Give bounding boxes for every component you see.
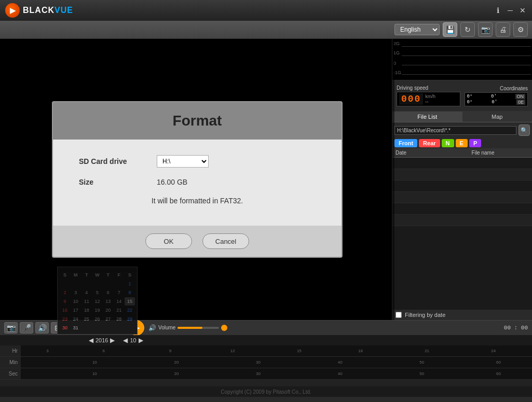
settings-button[interactable]: ⚙ [513,22,528,37]
timeline-month: 10 [130,337,136,343]
filtering-label: Filtering by date [405,312,445,318]
file-row-6[interactable] [392,215,532,226]
filter-front-button[interactable]: Front [394,139,417,147]
refresh-button[interactable]: ↻ [460,22,475,37]
filter-p-button[interactable]: P [469,139,481,147]
speed-label: Driving speed [397,85,460,91]
dialog-row-drive: SD Card drive H:\ [79,155,316,168]
coords-display: 0° 0' ON 0° 0' 0E [465,92,528,106]
volume-icon: 🔊 [148,324,156,331]
file-row-4[interactable] [392,192,532,203]
tab-file-list[interactable]: File List [392,112,462,122]
coord-row-lat: 0° 0' ON [467,94,526,99]
timeline-year: 2016 [96,337,108,343]
sec-20: 20 [174,371,179,376]
volume-knob[interactable] [221,325,227,331]
tick-12: 12 [230,349,235,353]
file-search-button[interactable]: 🔍 [519,124,530,136]
right-panel: 2G 1G 0 -1G Driving speed 000 km/h ⇔ [392,39,532,320]
volume-fill [178,327,202,329]
cal-40 [103,324,113,332]
min-10: 10 [92,360,97,365]
filter-e-button[interactable]: E [456,139,468,147]
tick-3: 3 [46,349,48,353]
track-bar-sec[interactable]: 10 20 30 40 50 60 [21,368,532,379]
filtering-checkbox[interactable] [395,312,402,318]
status-0e: 0E [516,100,525,105]
filtering-row: Filtering by date [392,310,532,320]
col-header-date: Date [395,150,437,156]
file-list-area: File List Map 🔍 Front Rear N E P Date Fi… [392,112,532,320]
tab-map[interactable]: Map [462,112,533,122]
file-list-body[interactable] [392,158,532,310]
track-bar-hr[interactable]: 3 6 9 12 15 18 21 24 [21,345,532,356]
dialog-ok-button[interactable]: OK [145,233,192,249]
dialog-body: SD Card drive H:\ Size 16.00 GB It will … [53,140,342,226]
timeline-month-nav: ◀ 10 ▶ [123,337,143,344]
close-button[interactable]: ✕ [517,5,528,16]
file-list-header: Date File name [392,148,532,158]
volume-slider[interactable] [178,327,219,329]
cal-38 [81,324,92,332]
min-20: 20 [174,360,179,365]
dialog-cancel-button[interactable]: Cancel [202,233,249,249]
volume-label: Volume [158,325,175,330]
status-on: ON [515,94,526,99]
sd-card-button[interactable]: 💾 [443,22,457,37]
month-next-button[interactable]: ▶ [139,337,143,344]
year-prev-button[interactable]: ◀ [89,337,93,344]
snapshot-button[interactable]: 📷 [4,322,18,334]
logo: ▶ BLACKVUE [5,3,73,18]
filter-rear-button[interactable]: Rear [419,139,440,147]
month-prev-button[interactable]: ◀ [123,337,128,344]
filter-n-button[interactable]: N [442,139,454,147]
speed-arrows: ⇔ [425,100,435,104]
dialog-drive-select[interactable]: H:\ [157,155,209,168]
format-dialog: Format SD Card drive H:\ Size 16.00 GB I… [52,101,343,258]
tick-6: 6 [103,349,105,353]
min-40: 40 [338,360,343,365]
nav-controls: 📷 🎤 🔊 ⊞ [4,322,64,334]
cal-36[interactable]: 30 [60,324,70,332]
file-row-3[interactable] [392,181,532,192]
wave-label-neg1g: -1G [393,70,401,75]
mic-button[interactable]: 🎤 [20,322,33,334]
print-button[interactable]: 🖨 [496,22,510,37]
dialog-format-note: It will be formatted in FAT32. [79,197,316,205]
coord-lat-deg: 0° [467,94,473,99]
waveform: 2G 1G 0 -1G [392,39,532,80]
track-row-hr: Hr 3 6 9 12 15 18 21 24 [0,345,532,357]
minimize-button[interactable]: ─ [505,5,515,16]
min-60: 60 [496,360,501,365]
file-row-2[interactable] [392,169,532,181]
sec-50: 50 [419,371,424,376]
tick-18: 18 [358,349,363,353]
speed-display: 000 km/h ⇔ [397,92,460,106]
dialog-row-size: Size 16.00 GB [79,178,316,186]
audio-button[interactable]: 🔊 [35,322,49,334]
coord-lon-min: 0' [492,100,497,105]
dialog-size-label: Size [79,178,157,186]
tick-24: 24 [491,349,496,353]
file-search-input[interactable] [394,126,516,135]
dialog-size-value: 16.00 GB [157,178,187,186]
file-row-1[interactable] [392,158,532,169]
speed-unit: km/h [425,94,435,99]
year-next-button[interactable]: ▶ [110,337,115,344]
camera-button[interactable]: 📷 [478,22,493,37]
toolbar: English Korean Japanese 💾 ↻ 📷 🖨 ⚙ [0,21,532,39]
cal-37[interactable]: 31 [71,324,81,332]
language-select[interactable]: English Korean Japanese [394,24,440,35]
info-button[interactable]: ℹ [493,5,503,16]
track-label-sec: Sec [0,371,21,377]
file-list-tabs: File List Map [392,112,532,122]
timeline-header: ◀ 2016 ▶ ◀ 10 ▶ [0,335,532,345]
col-header-filename: File name [437,150,529,156]
file-row-5[interactable] [392,203,532,215]
coord-row-lon: 0° 0' 0E [467,100,526,105]
track-label-hr: Hr [0,348,21,354]
track-bar-min[interactable]: 10 20 30 40 50 60 [21,357,532,368]
coord-lon-deg: 0° [467,100,473,105]
footer-copyright: Copyright (C) 2009 by Pitasoft Co., Ltd. [221,389,311,395]
logo-text: BLACKVUE [23,6,73,15]
